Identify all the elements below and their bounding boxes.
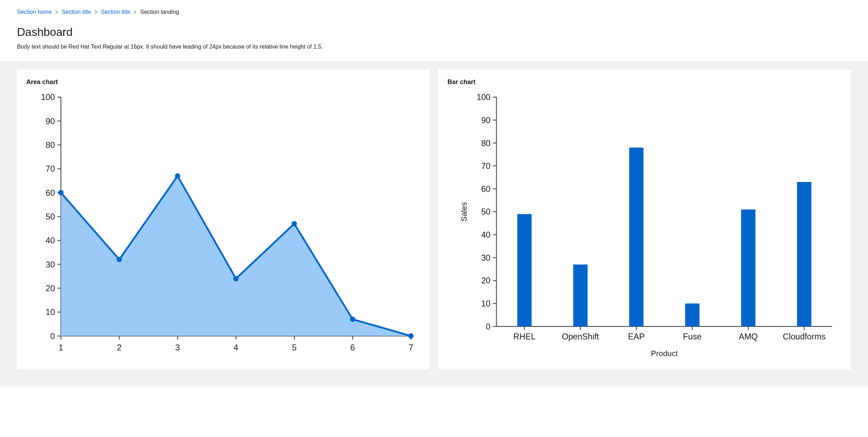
bar <box>741 210 755 327</box>
y-tick-label: 20 <box>481 276 490 285</box>
y-tick-label: 90 <box>481 116 490 125</box>
y-tick-label: 30 <box>46 260 55 269</box>
y-tick-label: 100 <box>41 93 55 102</box>
y-tick-label: 0 <box>486 322 490 331</box>
x-tick-label: OpenShift <box>562 332 599 341</box>
area-chart: 01020304050607080901001234567 <box>26 91 421 360</box>
x-tick-label: 3 <box>175 343 180 352</box>
breadcrumb-link[interactable]: Section home <box>17 8 52 16</box>
data-point <box>292 221 297 226</box>
y-tick-label: 60 <box>46 188 55 198</box>
data-point <box>408 333 413 339</box>
breadcrumb-current: Section landing <box>140 8 179 16</box>
card-title: Area chart <box>26 77 421 87</box>
bar <box>797 182 811 326</box>
breadcrumb-link[interactable]: Section title <box>101 8 131 16</box>
x-tick-label: 5 <box>292 343 297 352</box>
x-tick-label: 7 <box>409 343 413 352</box>
page-title: Dashboard <box>17 23 851 40</box>
x-tick-label: 4 <box>234 343 238 352</box>
chevron-right-icon <box>95 10 98 14</box>
x-tick-label: Cloudforms <box>783 332 825 341</box>
x-axis-label: Product <box>651 349 677 358</box>
y-tick-label: 10 <box>481 299 490 308</box>
chevron-right-icon <box>55 10 58 14</box>
y-tick-label: 0 <box>50 332 55 341</box>
x-tick-label: EAP <box>628 332 645 341</box>
y-tick-label: 40 <box>481 230 490 239</box>
bar-chart-svg: 0102030405060708090100RHELOpenShiftEAPFu… <box>447 91 842 360</box>
breadcrumb: Section home Section title Section title… <box>17 6 851 20</box>
content-area: Area chart 01020304050607080901001234567… <box>0 61 868 386</box>
y-tick-label: 40 <box>46 236 55 245</box>
y-tick-label: 70 <box>46 164 55 173</box>
bar-chart-card: Bar chart 0102030405060708090100RHELOpen… <box>438 70 851 369</box>
card-row: Area chart 01020304050607080901001234567… <box>17 70 851 369</box>
chevron-right-icon <box>134 10 137 14</box>
x-tick-label: 6 <box>350 343 355 352</box>
y-tick-label: 10 <box>46 308 55 317</box>
y-tick-label: 90 <box>46 117 55 126</box>
y-tick-label: 50 <box>481 207 490 216</box>
page-description: Body text should be Red Hat Text Regular… <box>17 43 851 51</box>
x-tick-label: AMQ <box>739 332 758 341</box>
data-point <box>58 190 64 195</box>
data-point <box>350 316 355 322</box>
data-point <box>116 257 122 262</box>
y-tick-label: 60 <box>481 184 490 194</box>
y-tick-label: 80 <box>46 140 55 150</box>
y-tick-label: 100 <box>477 93 490 102</box>
bar <box>573 265 587 327</box>
x-tick-label: RHEL <box>513 332 535 341</box>
area-chart-svg: 01020304050607080901001234567 <box>26 91 421 360</box>
x-tick-label: Fuse <box>683 332 702 341</box>
x-tick-label: 1 <box>59 343 63 352</box>
bar <box>685 304 699 327</box>
area-chart-card: Area chart 01020304050607080901001234567 <box>17 70 430 369</box>
y-tick-label: 70 <box>481 161 490 171</box>
x-tick-label: 2 <box>117 343 121 352</box>
area-fill <box>61 176 411 336</box>
data-point <box>175 173 180 178</box>
page-header: Section home Section title Section title… <box>0 0 868 61</box>
bar-chart: 0102030405060708090100RHELOpenShiftEAPFu… <box>447 91 842 360</box>
y-tick-label: 50 <box>46 212 55 221</box>
bar <box>517 214 532 326</box>
y-tick-label: 80 <box>481 139 490 148</box>
bar <box>629 148 643 326</box>
y-tick-label: 20 <box>46 284 55 293</box>
y-axis-label: Sales <box>460 202 468 222</box>
y-tick-label: 30 <box>481 253 490 262</box>
card-title: Bar chart <box>447 77 842 87</box>
breadcrumb-link[interactable]: Section title <box>62 8 91 16</box>
data-point <box>233 276 238 281</box>
